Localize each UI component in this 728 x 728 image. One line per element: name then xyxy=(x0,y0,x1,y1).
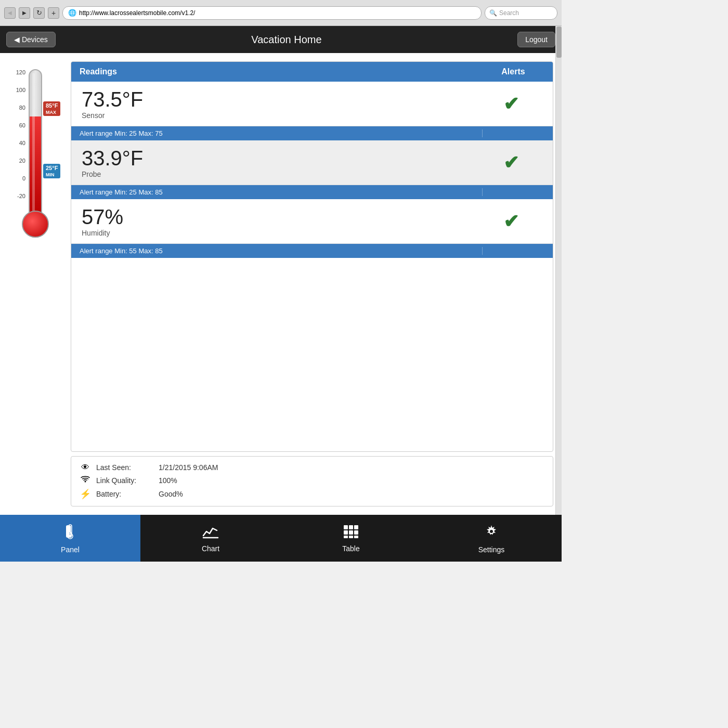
panel-label: Panel xyxy=(61,545,80,554)
svg-point-8 xyxy=(69,535,72,538)
scale-40: 40 xyxy=(19,140,25,146)
svg-rect-13 xyxy=(344,530,348,535)
devices-button[interactable]: ◀ Devices xyxy=(6,32,56,47)
table-label: Table xyxy=(342,544,359,553)
svg-rect-7 xyxy=(70,526,71,533)
address-bar[interactable]: 🌐 http://www.lacrossealertsmobile.com/v1… xyxy=(62,6,482,20)
scrollbar-thumb[interactable] xyxy=(556,27,562,58)
svg-point-0 xyxy=(85,481,86,483)
scale-80: 80 xyxy=(19,105,25,111)
svg-rect-12 xyxy=(354,525,358,529)
readings-section: Readings Alerts 73.5°F Sensor ✔ Alert ra… xyxy=(71,61,553,506)
last-seen-label: Last Seen: xyxy=(96,463,153,472)
probe-value: 33.9°F xyxy=(82,147,480,170)
svg-point-20 xyxy=(489,529,493,534)
logout-button[interactable]: Logout xyxy=(517,32,555,47)
svg-rect-17 xyxy=(349,536,353,538)
scrollbar[interactable] xyxy=(555,26,562,515)
new-tab-button[interactable]: + xyxy=(48,7,59,19)
main-content: 120 100 80 60 40 20 0 -20 85°F xyxy=(0,53,562,515)
svg-rect-11 xyxy=(349,525,353,529)
probe-reading-row: 33.9°F Probe ✔ xyxy=(71,140,553,185)
thermometer: 120 100 80 60 40 20 0 -20 85°F xyxy=(8,61,60,506)
probe-alert-range: Alert range Min: 25 Max: 85 xyxy=(71,185,553,199)
readings-col-header: Readings xyxy=(80,67,482,76)
scale-20: 20 xyxy=(19,158,25,164)
settings-label: Settings xyxy=(478,545,505,554)
refresh-button[interactable]: ↻ xyxy=(33,7,45,19)
browser-toolbar: ◀ ▶ ↻ + 🌐 http://www.lacrossealertsmobil… xyxy=(0,0,562,26)
battery-label: Battery: xyxy=(96,490,153,498)
link-quality-row: Link Quality: 100% xyxy=(80,475,544,485)
wifi-icon xyxy=(80,475,91,485)
nav-panel[interactable]: Panel xyxy=(0,515,140,562)
sensor-alert-check: ✔ xyxy=(503,93,519,114)
alerts-col-header: Alerts xyxy=(482,67,544,76)
chart-label: Chart xyxy=(202,544,219,553)
nav-settings[interactable]: Settings xyxy=(421,515,562,562)
humidity-value: 57% xyxy=(82,205,480,229)
humidity-alert-check: ✔ xyxy=(503,211,519,232)
eye-icon: 👁 xyxy=(80,463,91,472)
sensor-reading-row: 73.5°F Sensor ✔ xyxy=(71,82,553,126)
readings-panel: Readings Alerts 73.5°F Sensor ✔ Alert ra… xyxy=(71,61,553,452)
link-quality-label: Link Quality: xyxy=(96,476,153,485)
search-icon: 🔍 xyxy=(489,9,497,17)
sensor-label: Sensor xyxy=(82,111,480,120)
scale-0: 0 xyxy=(22,175,25,181)
chart-icon xyxy=(202,524,219,542)
scale-100: 100 xyxy=(16,87,25,93)
battery-icon: ⚡ xyxy=(80,488,91,500)
svg-rect-10 xyxy=(344,525,348,529)
search-bar[interactable]: 🔍 Search xyxy=(485,6,557,20)
bottom-nav: Panel Chart Table xyxy=(0,515,562,562)
battery-value: Good% xyxy=(159,490,183,498)
nav-table[interactable]: Table xyxy=(281,515,421,562)
probe-label: Probe xyxy=(82,170,480,178)
svg-rect-18 xyxy=(354,536,358,538)
humidity-reading-row: 57% Humidity ✔ xyxy=(71,199,553,244)
scale-neg20: -20 xyxy=(17,193,25,199)
link-quality-value: 100% xyxy=(159,476,177,485)
globe-icon: 🌐 xyxy=(68,9,76,17)
max-temp-label: 85°F MAX xyxy=(43,101,60,116)
page-title: Vacation Home xyxy=(251,34,321,46)
humidity-label: Humidity xyxy=(82,229,480,237)
readings-header: Readings Alerts xyxy=(71,62,553,82)
search-placeholder: Search xyxy=(499,9,519,17)
forward-button[interactable]: ▶ xyxy=(19,7,30,19)
panel-icon xyxy=(62,523,79,543)
app-header: ◀ Devices Vacation Home Logout xyxy=(0,26,562,53)
nav-chart[interactable]: Chart xyxy=(140,515,281,562)
battery-row: ⚡ Battery: Good% xyxy=(80,488,544,500)
min-temp-label: 25°F MIN xyxy=(43,164,60,178)
probe-alert-check: ✔ xyxy=(503,152,519,173)
sensor-alert-range: Alert range Min: 25 Max: 75 xyxy=(71,126,553,140)
therm-fill xyxy=(30,116,41,214)
sensor-value: 73.5°F xyxy=(82,88,480,111)
last-seen-row: 👁 Last Seen: 1/21/2015 9:06AM xyxy=(80,463,544,472)
therm-bulb xyxy=(22,211,49,238)
scale-60: 60 xyxy=(19,122,25,128)
svg-rect-14 xyxy=(349,530,353,535)
svg-rect-16 xyxy=(344,536,348,538)
svg-rect-15 xyxy=(354,530,358,535)
settings-icon xyxy=(483,523,500,543)
scale-120: 120 xyxy=(16,69,25,75)
device-info-section: 👁 Last Seen: 1/21/2015 9:06AM Link Quali… xyxy=(71,456,553,506)
back-button[interactable]: ◀ xyxy=(4,7,16,19)
table-icon xyxy=(343,524,359,542)
humidity-alert-range: Alert range Min: 55 Max: 85 xyxy=(71,244,553,258)
last-seen-value: 1/21/2015 9:06AM xyxy=(159,463,218,472)
url-text: http://www.lacrossealertsmobile.com/v1.2… xyxy=(79,9,195,17)
